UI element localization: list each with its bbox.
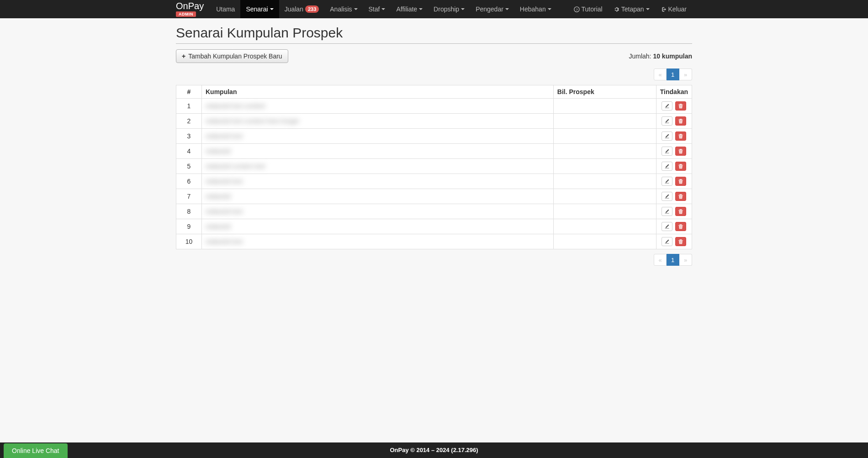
trash-icon (678, 133, 683, 139)
edit-button[interactable] (662, 147, 672, 156)
cell-kumpulan: redacted text (202, 174, 554, 189)
edit-icon (664, 163, 670, 169)
plus-icon: + (182, 53, 185, 60)
pagination-top: « 1 » (176, 68, 692, 80)
delete-button[interactable] (675, 116, 686, 126)
nav-staf[interactable]: Staf (363, 0, 391, 18)
cell-actions (656, 189, 692, 204)
cell-kumpulan: redacted (202, 219, 554, 234)
cell-actions (656, 234, 692, 249)
trash-icon (678, 179, 683, 184)
nav-senarai[interactable]: Senarai (240, 0, 279, 18)
edit-button[interactable] (662, 132, 672, 141)
trash-icon (678, 194, 683, 199)
page-1[interactable]: 1 (667, 254, 679, 266)
cell-actions (656, 204, 692, 219)
edit-icon (664, 148, 670, 154)
page-next[interactable]: » (679, 68, 692, 80)
trash-icon (678, 118, 683, 124)
cell-num: 1 (176, 99, 202, 114)
page-prev[interactable]: « (654, 68, 667, 80)
cell-kumpulan: redacted text (202, 234, 554, 249)
cell-num: 9 (176, 219, 202, 234)
cell-num: 3 (176, 129, 202, 144)
trash-icon (678, 239, 683, 244)
table-row: 4 redacted (176, 144, 692, 159)
cell-actions (656, 159, 692, 174)
nav-utama[interactable]: Utama (211, 0, 240, 18)
delete-button[interactable] (675, 192, 686, 201)
delete-button[interactable] (675, 101, 686, 111)
prospect-groups-table: # Kumpulan Bil. Prospek Tindakan 1 redac… (176, 85, 692, 249)
edit-button[interactable] (662, 237, 672, 246)
edit-icon (664, 209, 670, 214)
nav-tetapan[interactable]: Tetapan (608, 0, 655, 18)
delete-button[interactable] (675, 162, 686, 171)
brand[interactable]: OnPay ADMIN (176, 1, 211, 17)
nav-pengedar[interactable]: Pengedar (470, 0, 514, 18)
edit-button[interactable] (662, 222, 672, 231)
cell-bil (553, 144, 656, 159)
table-row: 2 redacted text content here longer (176, 114, 692, 129)
edit-icon (664, 224, 670, 229)
edit-button[interactable] (662, 192, 672, 201)
edit-icon (664, 194, 670, 199)
cell-num: 10 (176, 234, 202, 249)
caret-icon (381, 8, 385, 10)
edit-button[interactable] (662, 177, 672, 186)
page-prev[interactable]: « (654, 254, 667, 266)
edit-button[interactable] (662, 162, 672, 171)
cell-kumpulan: redacted text content here longer (202, 114, 554, 129)
caret-icon (646, 8, 650, 10)
delete-button[interactable] (675, 222, 686, 231)
delete-button[interactable] (675, 147, 686, 156)
nav-hebahan[interactable]: Hebahan (514, 0, 557, 18)
caret-icon (461, 8, 465, 10)
page-title: Senarai Kumpulan Prospek (176, 25, 692, 44)
delete-button[interactable] (675, 207, 686, 216)
table-row: 7 redacted (176, 189, 692, 204)
th-tindakan: Tindakan (656, 85, 692, 99)
delete-button[interactable] (675, 177, 686, 186)
page-next[interactable]: » (679, 254, 692, 266)
cell-kumpulan: redacted content text (202, 159, 554, 174)
caret-icon (505, 8, 509, 10)
th-kumpulan: Kumpulan (202, 85, 554, 99)
table-row: 8 redacted text (176, 204, 692, 219)
edit-icon (664, 103, 670, 109)
caret-icon (548, 8, 551, 10)
cell-bil (553, 234, 656, 249)
cell-num: 7 (176, 189, 202, 204)
cell-num: 4 (176, 144, 202, 159)
th-bil: Bil. Prospek (553, 85, 656, 99)
edit-button[interactable] (662, 101, 672, 111)
cell-bil (553, 159, 656, 174)
nav-tutorial[interactable]: ? Tutorial (568, 0, 608, 18)
cell-actions (656, 174, 692, 189)
edit-button[interactable] (662, 207, 672, 216)
caret-icon (270, 8, 274, 10)
nav-affiliate[interactable]: Affiliate (391, 0, 428, 18)
cell-bil (553, 174, 656, 189)
nav-dropship[interactable]: Dropship (428, 0, 470, 18)
table-row: 5 redacted content text (176, 159, 692, 174)
delete-button[interactable] (675, 132, 686, 141)
logout-icon (661, 6, 667, 12)
trash-icon (678, 163, 683, 169)
table-row: 10 redacted text (176, 234, 692, 249)
nav-keluar[interactable]: Keluar (655, 0, 692, 18)
top-navbar: OnPay ADMIN Utama Senarai Jualan233 Anal… (0, 0, 868, 18)
cell-actions (656, 114, 692, 129)
edit-button[interactable] (662, 116, 672, 126)
admin-badge: ADMIN (176, 11, 196, 17)
page-1[interactable]: 1 (667, 68, 679, 80)
edit-icon (664, 118, 670, 124)
help-circle-icon: ? (574, 6, 580, 12)
nav-analisis[interactable]: Analisis (324, 0, 363, 18)
trash-icon (678, 148, 683, 154)
edit-icon (664, 133, 670, 139)
gear-icon (614, 6, 619, 12)
nav-jualan[interactable]: Jualan233 (279, 0, 325, 18)
delete-button[interactable] (675, 237, 686, 246)
add-group-button[interactable]: + Tambah Kumpulan Prospek Baru (176, 49, 288, 63)
